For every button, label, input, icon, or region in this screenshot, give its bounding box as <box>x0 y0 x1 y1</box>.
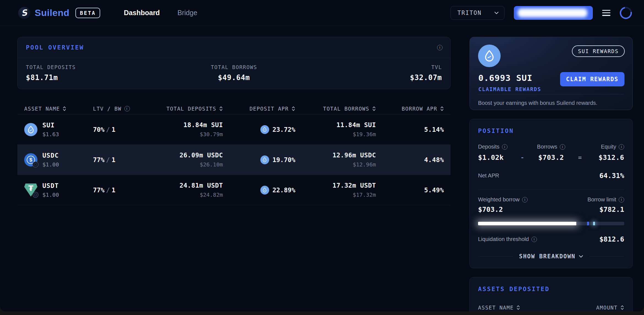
equity-info-icon[interactable]: i <box>619 144 624 150</box>
rewards-description: Boost your earnings with bonus Suilend r… <box>478 100 597 106</box>
sui-coin-icon <box>478 45 501 67</box>
sui-rewards-card: SUI REWARDS 0.6993 SUI CLAIMABLE REWARDS… <box>470 37 633 110</box>
wrapped-coin-badge-icon <box>32 161 39 168</box>
claimable-amount: 0.6993 SUI <box>478 73 541 83</box>
table-row-sui[interactable]: SUI $1.63 70%/1 18.84m SUI $30.79m 23.72… <box>17 114 451 145</box>
sort-icon <box>372 106 376 111</box>
sort-icon <box>219 106 223 111</box>
position-deposits: Depositsi $1.02k <box>478 144 517 161</box>
liquidation-row: Liquidation thresholdi $812.6 <box>478 235 624 243</box>
equals-operator: = <box>574 144 585 161</box>
col-header-total-deposits[interactable]: TOTAL DEPOSITS <box>143 106 223 112</box>
sui-rewards-badge: SUI REWARDS <box>572 45 625 57</box>
header-actions: TRITON <box>451 6 632 20</box>
stat-tvl: TVL $32.07m <box>303 64 442 82</box>
pool-overview-title: POOL OVERVIEW <box>26 44 84 51</box>
weighted-borrow-label: Weighted borrowi <box>478 196 528 203</box>
nav-bridge[interactable]: Bridge <box>178 9 197 17</box>
borrows-info-icon[interactable]: i <box>560 144 565 150</box>
app-surface: S Suilend BETA Dashboard Bridge TRITON P <box>0 0 644 311</box>
claimable-label: CLAIMABLE REWARDS <box>478 86 541 92</box>
sui-coin-icon <box>24 123 37 136</box>
wallet-address-redacted <box>518 9 587 17</box>
net-apr-row: Net APR 64.31% <box>478 172 624 180</box>
minus-operator: - <box>517 144 528 161</box>
pool-info-icon[interactable]: i <box>437 45 443 50</box>
col-header-assets-amount[interactable]: AMOUNT <box>596 305 624 311</box>
window-bottom-strip <box>0 311 644 315</box>
assets-deposited-title: ASSETS DEPOSITED <box>478 286 624 292</box>
beta-badge: BETA <box>75 8 100 18</box>
col-header-assets-asset-name[interactable]: ASSET NAME <box>478 305 520 311</box>
position-equity: Equityi $312.6 <box>585 144 624 161</box>
pool-select[interactable]: TRITON <box>451 6 504 20</box>
table-row-usdt[interactable]: ₮ USDT $1.00 77%/1 24.81m USDT $24.82m <box>17 175 451 205</box>
position-borrows: Borrowsi $703.2 <box>528 144 574 161</box>
wrapped-coin-badge-icon <box>32 192 39 198</box>
deposits-info-icon[interactable]: i <box>502 144 507 150</box>
claim-rewards-button[interactable]: CLAIM REWARDS <box>560 72 624 86</box>
borrow-limit-value: $782.1 <box>599 206 624 213</box>
chevron-down-icon <box>494 11 499 15</box>
weighted-borrow-value: $703.2 <box>478 206 503 213</box>
show-breakdown-toggle[interactable]: SHOW BREAKDOWN <box>478 253 624 260</box>
sort-icon <box>440 106 444 111</box>
sui-reward-icon <box>260 186 269 195</box>
stat-total-deposits: TOTAL DEPOSITS $81.71m <box>26 64 165 82</box>
sort-icon <box>291 106 295 111</box>
sui-reward-icon <box>260 155 269 164</box>
liquidation-info-icon[interactable]: i <box>531 237 537 242</box>
sort-icon <box>62 106 66 111</box>
borrow-limit-label: Borrow limiti <box>588 196 624 203</box>
col-header-asset-name[interactable]: ASSET NAME <box>24 106 93 112</box>
bar-marker-borrow-limit <box>587 222 589 225</box>
divider <box>478 94 624 94</box>
bar-fill <box>478 222 576 225</box>
bar-marker-liquidation <box>593 222 595 225</box>
brand-block[interactable]: S Suilend BETA <box>18 7 100 19</box>
stat-total-borrows: TOTAL BORROWS $49.64m <box>165 64 303 82</box>
col-header-ltv-bw[interactable]: LTV / BW i <box>93 106 143 112</box>
position-card: POSITION Depositsi $1.02k - Borrowsi $70… <box>470 119 633 268</box>
sort-icon <box>516 305 520 310</box>
top-nav: S Suilend BETA Dashboard Bridge TRITON <box>0 0 644 26</box>
position-title: POSITION <box>478 127 624 134</box>
sort-icon <box>620 305 624 310</box>
borrow-limit-info-icon[interactable]: i <box>619 197 624 202</box>
market-table: ASSET NAME LTV / BW i TOTAL DEPOSITS DEP… <box>17 103 451 205</box>
pool-select-value: TRITON <box>457 10 482 16</box>
chevron-down-icon <box>579 254 583 258</box>
divider <box>478 190 624 190</box>
brand-name: Suilend <box>35 7 69 18</box>
ltv-info-icon: i <box>124 106 130 111</box>
col-header-borrow-apr[interactable]: BORROW APR <box>376 106 444 112</box>
table-row-usdc[interactable]: $ USDC $1.00 77%/1 26.09m USDC $26.10m <box>17 145 451 175</box>
borrow-utilization-bar <box>478 222 624 225</box>
loading-spinner-icon <box>617 4 634 21</box>
menu-icon[interactable] <box>602 10 610 16</box>
suilend-logo-icon: S <box>18 7 30 19</box>
col-header-total-borrows[interactable]: TOTAL BORROWS <box>295 106 376 112</box>
wallet-address-button[interactable] <box>514 6 593 20</box>
pool-overview-card: POOL OVERVIEW i TOTAL DEPOSITS $81.71m T… <box>17 37 451 89</box>
nav-dashboard[interactable]: Dashboard <box>124 9 160 17</box>
assets-deposited-card: ASSETS DEPOSITED ASSET NAME AMOUNT <box>470 277 633 311</box>
col-header-deposit-apr[interactable]: DEPOSIT APR <box>223 106 295 112</box>
weighted-borrow-info-icon[interactable]: i <box>522 197 528 202</box>
sui-reward-icon <box>260 125 269 134</box>
main-nav: Dashboard Bridge <box>124 9 197 17</box>
